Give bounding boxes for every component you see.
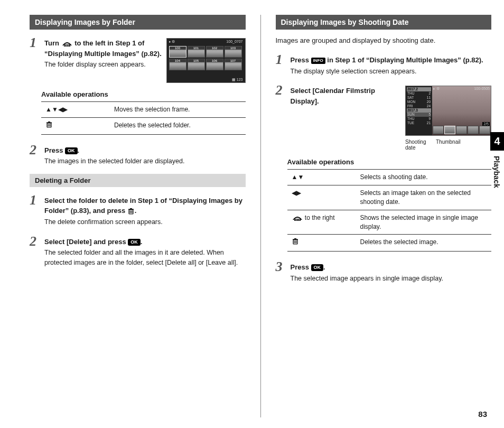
trash-icon — [127, 208, 135, 215]
chapter-number: 4 — [490, 132, 504, 151]
table-row: Deletes the selected folder. — [41, 117, 246, 134]
ok-button-icon: OK — [65, 147, 78, 154]
section-header-date: Displaying Images by Shooting Date — [276, 15, 492, 30]
step-1-folder: 1 ▸ ⚙100_0707 100 101 102 103 104 105 10… — [30, 36, 246, 83]
svg-rect-7 — [48, 122, 50, 123]
step-2-date: 2 2017.2 THU2 SAT11 MON20 FRI24 2017.3 S… — [276, 83, 492, 151]
intro-text: Images are grouped and displayed by shoo… — [276, 36, 492, 45]
step-number: 1 — [30, 193, 40, 227]
ops-table-date: ▲▼ Selects a shooting date. ◀▶ Selects a… — [287, 169, 492, 252]
arrow-keys-icon: ▲▼◀▶ — [45, 106, 68, 113]
svg-rect-24 — [294, 238, 296, 239]
step-number: 1 — [30, 36, 40, 83]
step-desc: The delete confirmation screen appears. — [44, 217, 246, 227]
step-3-date: 3 Press OK. The selected image appears i… — [276, 260, 492, 283]
svg-rect-1 — [64, 44, 65, 46]
svg-rect-13 — [130, 208, 132, 209]
table-row: ▲▼◀▶ Moves the selection frame. — [41, 102, 246, 118]
ok-button-icon: OK — [311, 264, 324, 271]
step-2-folder: 2 Press OK. The images in the selected f… — [30, 143, 246, 166]
trash-icon — [292, 238, 299, 245]
step-number: 1 — [276, 53, 286, 76]
step-desc: The selected folder and all the images i… — [44, 248, 246, 268]
step-number: 2 — [276, 83, 286, 151]
ops-desc: Moves the selection frame. — [110, 102, 246, 118]
info-button-icon: INFO — [311, 58, 325, 64]
left-column: Displaying Images by Folder 1 ▸ ⚙100_070… — [30, 15, 246, 417]
ops-label: Available operations — [287, 158, 492, 166]
svg-rect-23 — [293, 239, 298, 240]
step-title: Select the folder to delete in Step 1 of… — [44, 196, 246, 216]
step-title: Select [Delete] and press OK. — [44, 237, 246, 247]
right-column: Displaying Images by Shooting Date Image… — [276, 15, 492, 417]
svg-rect-12 — [128, 209, 134, 210]
label-thumbnail: Thumbnail — [436, 139, 461, 151]
table-row: ▲▼ Selects a shooting date. — [287, 170, 492, 185]
column-divider — [260, 15, 261, 417]
chapter-tab: 4 Playback — [490, 132, 504, 193]
ops-desc: Deletes the selected folder. — [110, 117, 246, 134]
table-row: to the right Shows the selected image in… — [287, 210, 492, 235]
svg-rect-20 — [297, 219, 298, 220]
section-header-folder: Displaying Images by Folder — [30, 15, 246, 30]
step-desc: The display style selection screen appea… — [291, 67, 492, 77]
step-number: 3 — [276, 260, 286, 283]
sub-header-delete-folder: Deleting a Folder — [30, 174, 246, 187]
step-desc: The selected image appears in single ima… — [291, 274, 492, 284]
svg-rect-18 — [295, 219, 295, 220]
step-title: Press OK. — [291, 262, 492, 273]
svg-rect-2 — [66, 44, 67, 46]
chapter-title: Playback — [490, 151, 503, 193]
ops-table-folder: ▲▼◀▶ Moves the selection frame. Deletes … — [41, 101, 246, 135]
svg-rect-19 — [296, 219, 297, 220]
ops-desc: Deletes the selected image. — [356, 235, 492, 252]
del-step-1: 1 Select the folder to delete in Step 1 … — [30, 193, 246, 227]
ops-desc: Selects an image taken on the selected s… — [356, 185, 492, 210]
rear-dial-icon — [61, 41, 73, 47]
svg-rect-3 — [67, 44, 68, 46]
folder-display-screenshot: ▸ ⚙100_0707 100 101 102 103 104 105 106 … — [166, 38, 246, 83]
step-title: Press OK. — [44, 145, 246, 156]
step-number: 2 — [30, 143, 40, 166]
svg-rect-6 — [46, 122, 52, 123]
page-number: 83 — [478, 410, 487, 418]
ops-label: Available operations — [41, 90, 246, 98]
table-row: ◀▶ Selects an image taken on the selecte… — [287, 185, 492, 210]
svg-rect-4 — [69, 44, 69, 46]
step-number: 2 — [30, 235, 40, 268]
svg-rect-21 — [299, 219, 300, 220]
step-title: Press INFO in Step 1 of “Displaying Mult… — [291, 55, 492, 66]
step-1-date: 1 Press INFO in Step 1 of “Displaying Mu… — [276, 53, 492, 76]
page-body: Displaying Images by Folder 1 ▸ ⚙100_070… — [0, 0, 504, 428]
table-row: Deletes the selected image. — [287, 235, 492, 252]
trash-icon — [45, 121, 53, 128]
calendar-filmstrip-screenshot: 2017.2 THU2 SAT11 MON20 FRI24 2017.3 SUN… — [405, 86, 491, 151]
ops-desc: Shows the selected image in single image… — [356, 210, 492, 235]
label-shooting-date: Shooting date — [405, 139, 433, 151]
left-right-arrows-icon: ◀▶ — [292, 189, 301, 197]
rear-dial-icon — [292, 215, 303, 221]
ok-button-icon: OK — [128, 239, 141, 246]
ops-desc: Selects a shooting date. — [356, 170, 492, 185]
del-step-2: 2 Select [Delete] and press OK. The sele… — [30, 235, 246, 268]
up-down-arrows-icon: ▲▼ — [292, 173, 304, 181]
step-desc: The images in the selected folder are di… — [44, 156, 246, 166]
